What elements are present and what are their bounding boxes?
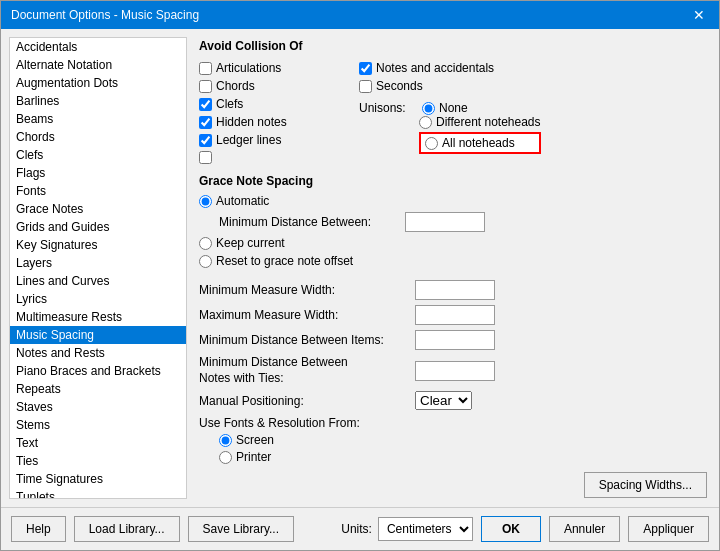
max-measure-width-label: Maximum Measure Width: [199, 308, 409, 322]
chords-checkbox[interactable] [199, 80, 212, 93]
sidebar-item-chords[interactable]: Chords [10, 128, 186, 146]
sidebar-item-fonts[interactable]: Fonts [10, 182, 186, 200]
radio-all-noteheads: All noteheads [419, 132, 541, 154]
avoid-collision-title: Avoid Collision Of [199, 39, 707, 53]
main-area: AccidentalsAlternate NotationAugmentatio… [1, 29, 719, 507]
unisons-row: Unisons: None [359, 101, 541, 115]
manual-pos-select[interactable]: Clear Keep Reset [415, 391, 472, 410]
sidebar-item-beams[interactable]: Beams [10, 110, 186, 128]
min-measure-width-row: Minimum Measure Width: 0 [199, 280, 707, 300]
ok-button[interactable]: OK [481, 516, 541, 542]
hidden-notes-checkbox[interactable] [199, 116, 212, 129]
unisons-different-radio[interactable] [419, 116, 432, 129]
unisons-label: Unisons: [359, 101, 414, 115]
min-distance-items-input[interactable]: 0,10583 [415, 330, 495, 350]
sidebar-item-ties[interactable]: Ties [10, 452, 186, 470]
chords-label: Chords [216, 79, 255, 93]
help-button[interactable]: Help [11, 516, 66, 542]
sidebar-item-piano-braces-and-brackets[interactable]: Piano Braces and Brackets [10, 362, 186, 380]
unisons-all-label: All noteheads [442, 136, 515, 150]
grace-automatic-radio[interactable] [199, 195, 212, 208]
grace-automatic-label: Automatic [216, 194, 269, 208]
footer: Help Load Library... Save Library... Uni… [1, 507, 719, 550]
close-button[interactable]: ✕ [689, 7, 709, 23]
sidebar-item-staves[interactable]: Staves [10, 398, 186, 416]
screen-label: Screen [236, 433, 274, 447]
notes-accidentals-checkbox[interactable] [359, 62, 372, 75]
grace-min-dist-input[interactable]: 0,10583 [405, 212, 485, 232]
grace-keep-radio[interactable] [199, 237, 212, 250]
manual-pos-label: Manual Positioning: [199, 394, 409, 408]
grace-reset-radio[interactable] [199, 255, 212, 268]
units-select[interactable]: Centimeters Inches Points EVPUs [378, 517, 473, 541]
max-measure-width-input[interactable]: 15,875 [415, 305, 495, 325]
manual-pos-row: Manual Positioning: Clear Keep Reset [199, 391, 707, 410]
grace-keep-label: Keep current [216, 236, 285, 250]
sidebar-item-augmentation-dots[interactable]: Augmentation Dots [10, 74, 186, 92]
fonts-row: Use Fonts & Resolution From: Screen Prin… [199, 416, 707, 464]
check-chords: Chords [199, 79, 339, 93]
unisons-all-radio[interactable] [425, 137, 438, 150]
unisons-none-radio[interactable] [422, 102, 435, 115]
unisons-different-label: Different noteheads [436, 115, 541, 129]
empty-checkbox[interactable] [199, 151, 212, 164]
sidebar-item-alternate-notation[interactable]: Alternate Notation [10, 56, 186, 74]
avoid-collision-inner: Articulations Chords Clefs [199, 61, 707, 164]
check-ledger-lines: Ledger lines [199, 133, 339, 147]
printer-radio[interactable] [219, 451, 232, 464]
spacing-widths-container: Spacing Widths... [199, 472, 707, 498]
grace-note-section: Grace Note Spacing Automatic Minimum Dis… [199, 174, 707, 268]
unisons-extra-options: Different noteheads All noteheads [419, 115, 541, 154]
screen-radio[interactable] [219, 434, 232, 447]
ledger-lines-label: Ledger lines [216, 133, 281, 147]
seconds-checkbox[interactable] [359, 80, 372, 93]
sidebar-item-time-signatures[interactable]: Time Signatures [10, 470, 186, 488]
min-distance-items-label: Minimum Distance Between Items: [199, 333, 409, 347]
printer-label: Printer [236, 450, 271, 464]
window-content: AccidentalsAlternate NotationAugmentatio… [1, 29, 719, 550]
sidebar-item-notes-and-rests[interactable]: Notes and Rests [10, 344, 186, 362]
min-distance-notes-row: Minimum Distance BetweenNotes with Ties:… [199, 355, 707, 386]
grace-min-dist-label: Minimum Distance Between: [219, 215, 399, 229]
articulations-checkbox[interactable] [199, 62, 212, 75]
appliquer-button[interactable]: Appliquer [628, 516, 709, 542]
sidebar-item-barlines[interactable]: Barlines [10, 92, 186, 110]
min-measure-width-input[interactable]: 0 [415, 280, 495, 300]
sidebar-item-text[interactable]: Text [10, 434, 186, 452]
main-window: Document Options - Music Spacing ✕ Accid… [0, 0, 720, 551]
spacing-widths-button[interactable]: Spacing Widths... [584, 472, 707, 498]
sidebar-item-accidentals[interactable]: Accidentals [10, 38, 186, 56]
sidebar-item-flags[interactable]: Flags [10, 164, 186, 182]
avoid-collision-section: Avoid Collision Of Articulations Chords [199, 39, 707, 164]
save-library-button[interactable]: Save Library... [188, 516, 294, 542]
min-distance-notes-input[interactable]: 0,42333 [415, 361, 495, 381]
sidebar-item-stems[interactable]: Stems [10, 416, 186, 434]
clefs-checkbox[interactable] [199, 98, 212, 111]
annuler-button[interactable]: Annuler [549, 516, 620, 542]
fonts-label: Use Fonts & Resolution From: [199, 416, 707, 430]
sidebar-item-music-spacing[interactable]: Music Spacing [10, 326, 186, 344]
radio-none: None [422, 101, 468, 115]
sidebar-item-clefs[interactable]: Clefs [10, 146, 186, 164]
sidebar-item-lyrics[interactable]: Lyrics [10, 290, 186, 308]
load-library-button[interactable]: Load Library... [74, 516, 180, 542]
sidebar-item-grace-notes[interactable]: Grace Notes [10, 200, 186, 218]
sidebar: AccidentalsAlternate NotationAugmentatio… [9, 37, 187, 499]
ledger-lines-checkbox[interactable] [199, 134, 212, 147]
min-distance-items-row: Minimum Distance Between Items: 0,10583 [199, 330, 707, 350]
sidebar-item-multimeasure-rests[interactable]: Multimeasure Rests [10, 308, 186, 326]
sidebar-item-tuplets[interactable]: Tuplets [10, 488, 186, 499]
sidebar-item-key-signatures[interactable]: Key Signatures [10, 236, 186, 254]
units-label: Units: [341, 522, 372, 536]
avoid-right-col: Notes and accidentals Seconds Unisons: [359, 61, 541, 164]
grace-note-title: Grace Note Spacing [199, 174, 707, 188]
unisons-section: Unisons: None Different not [359, 101, 541, 154]
footer-right: Units: Centimeters Inches Points EVPUs O… [341, 516, 709, 542]
sidebar-item-layers[interactable]: Layers [10, 254, 186, 272]
printer-row: Printer [219, 450, 707, 464]
check-clefs: Clefs [199, 97, 339, 111]
sidebar-item-lines-and-curves[interactable]: Lines and Curves [10, 272, 186, 290]
sidebar-item-grids-and-guides[interactable]: Grids and Guides [10, 218, 186, 236]
check-articulations: Articulations [199, 61, 339, 75]
sidebar-item-repeats[interactable]: Repeats [10, 380, 186, 398]
